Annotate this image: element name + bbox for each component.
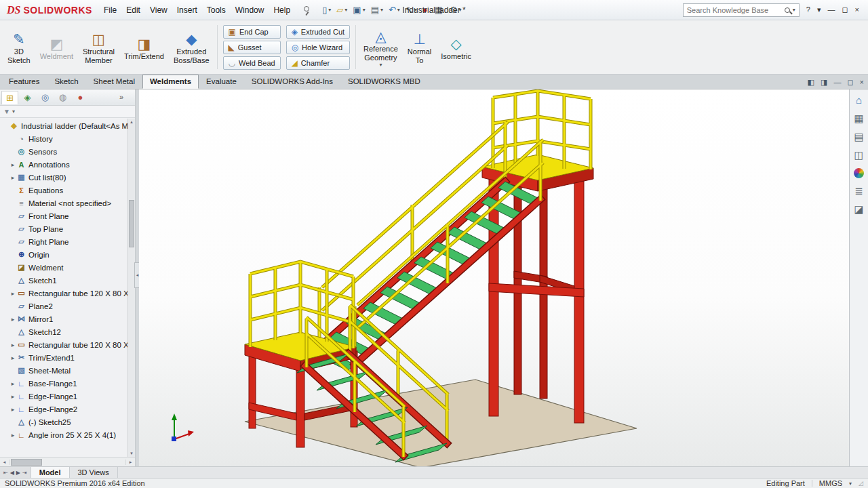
document-tab[interactable]: Model [31, 467, 70, 478]
dropdown-arrow-icon[interactable]: ▾ [328, 7, 331, 13]
manager-tab-icon[interactable]: ● [72, 91, 89, 104]
window-control-button[interactable]: — [824, 4, 838, 16]
tree-item[interactable]: ◆ Industrial ladder (Default<As Ma [0, 119, 135, 132]
dropdown-arrow-icon[interactable]: ▾ [344, 7, 347, 13]
tree-item[interactable]: ⊕ Origin [0, 248, 135, 261]
tree-expander-icon[interactable]: ▸ [9, 174, 16, 181]
tree-item[interactable]: ▧ Sheet-Metal [0, 364, 135, 377]
upper-staircase[interactable] [313, 122, 543, 371]
ribbon-big-button[interactable]: ◇ Isometric [436, 33, 476, 62]
dropdown-arrow-icon[interactable]: ▾ [397, 7, 400, 13]
manager-tab-icon[interactable]: ◈ [19, 91, 36, 104]
tree-item[interactable]: △ (-) Sketch25 [0, 415, 135, 428]
command-tab[interactable]: Weldments [142, 75, 199, 89]
tree-item[interactable]: Σ Equations [0, 184, 135, 197]
ribbon-small-button[interactable]: ▣ End Cap [223, 25, 281, 39]
tree-item[interactable]: ▸ ⋈ Mirror1 [0, 312, 135, 325]
ribbon-big-button[interactable]: ✎ 3D Sketch [3, 28, 35, 66]
ribbon-small-button[interactable]: ◈ Extruded Cut [286, 25, 350, 39]
menu-item[interactable]: Edit [121, 2, 145, 18]
search-dropdown-icon[interactable]: ▾ [793, 7, 795, 13]
tree-item[interactable]: ▸ ∟ Base-Flange1 [0, 377, 135, 390]
quickbar-button[interactable]: ▯ ▾ [319, 3, 334, 16]
units-selector[interactable]: MMGS [819, 479, 842, 488]
task-pane-icon[interactable]: ▦ [854, 113, 863, 124]
doc-window-control[interactable]: ◻ [847, 78, 853, 87]
doc-window-control[interactable]: — [833, 78, 841, 87]
model-canvas[interactable] [139, 89, 849, 466]
tree-item[interactable]: ▱ Front Plane [0, 209, 135, 222]
ribbon-small-button[interactable]: ◎ Hole Wizard [286, 41, 350, 54]
command-tab[interactable]: Evaluate [199, 75, 244, 89]
menu-item[interactable]: Window [231, 2, 269, 18]
menu-item[interactable]: Insert [172, 2, 202, 18]
tree-item[interactable]: ▸ ▭ Rectangular tube 120 X 80 X [0, 287, 135, 300]
scrollbar-thumb[interactable] [11, 459, 42, 466]
tree-item[interactable]: △ Sketch1 [0, 274, 135, 287]
command-tab[interactable]: Sketch [47, 75, 85, 89]
scrollbar-thumb[interactable] [129, 200, 134, 247]
window-control-button[interactable]: ▾ [814, 4, 825, 16]
menu-item[interactable]: Help [269, 2, 295, 18]
pin-menu-icon[interactable] [300, 5, 311, 16]
tree-expander-icon[interactable]: ▸ [9, 406, 16, 413]
filter-funnel-icon[interactable]: ▼ [3, 108, 10, 115]
task-pane-icon[interactable]: ▤ [854, 131, 863, 142]
tree-horizontal-scrollbar[interactable]: ◂ ▸ [0, 457, 135, 466]
scroll-right-icon[interactable]: ▸ [125, 460, 135, 465]
doc-window-control[interactable]: ◧ [808, 78, 814, 87]
tree-expander-icon[interactable]: ▸ [9, 290, 16, 297]
tree-item[interactable]: ▸ ∟ Angle iron 25 X 25 X 4(1) [0, 428, 135, 441]
scroll-up-icon[interactable]: ▲ [128, 119, 135, 125]
tree-item[interactable]: ◪ Weldment [0, 261, 135, 274]
search-icon[interactable] [785, 7, 790, 13]
ribbon-big-button[interactable]: ◨ Trim/Extend [119, 33, 169, 62]
command-tab[interactable]: SOLIDWORKS Add-Ins [244, 75, 340, 89]
ribbon-big-button[interactable]: ⊥ Normal To [403, 28, 436, 66]
task-pane-icon[interactable]: ≣ [854, 186, 863, 197]
window-control-button[interactable]: ? [803, 4, 814, 16]
tree-item[interactable]: ◔ History [0, 132, 135, 145]
search-input[interactable] [687, 6, 782, 14]
units-dropdown-icon[interactable]: ▾ [849, 479, 852, 488]
graphics-viewport[interactable] [139, 89, 849, 466]
command-tab[interactable]: SOLIDWORKS MBD [340, 75, 428, 89]
tree-item[interactable]: ▱ Plane2 [0, 300, 135, 312]
manager-tab-icon[interactable]: ⊞ [1, 91, 18, 104]
ribbon-big-button[interactable]: ◫ Structural Member [78, 28, 119, 66]
tree-item[interactable]: ▱ Top Plane [0, 222, 135, 235]
doc-window-control[interactable]: × [860, 78, 864, 87]
tree-item[interactable]: ▸ ▦ Cut list(80) [0, 171, 135, 184]
tree-item[interactable]: ▸ ∟ Edge-Flange1 [0, 390, 135, 403]
doc-window-control[interactable]: ◨ [821, 78, 827, 87]
manager-tab-icon[interactable]: ◎ [37, 91, 54, 104]
tab-nav-arrow-icon[interactable]: ⇤ [3, 470, 8, 476]
tab-nav-arrow-icon[interactable]: ▶ [16, 470, 20, 476]
tab-nav-arrow-icon[interactable]: ◀ [10, 470, 14, 476]
ribbon-big-button[interactable]: ◆ Extruded Boss/Base [169, 28, 214, 66]
ribbon-small-button[interactable]: ◣ Gusset [223, 41, 281, 54]
tree-item[interactable]: ◎ Sensors [0, 145, 135, 158]
window-control-button[interactable]: ◻ [838, 4, 851, 16]
tree-expander-icon[interactable]: ▸ [9, 161, 16, 168]
task-pane-icon[interactable]: ◪ [854, 204, 863, 215]
filter-input-area[interactable] [17, 108, 132, 116]
tree-item[interactable]: ▱ Right Plane [0, 235, 135, 248]
tree-item[interactable]: △ Sketch12 [0, 325, 135, 338]
tree-expander-icon[interactable]: ▸ [9, 342, 16, 348]
command-tab[interactable]: Features [1, 75, 47, 89]
tree-item[interactable]: ▸ ✂ Trim/Extend1 [0, 351, 135, 364]
filter-dropdown-icon[interactable]: ▾ [12, 108, 15, 115]
scroll-left-icon[interactable]: ◂ [0, 460, 9, 465]
tree-expander-icon[interactable]: ▸ [9, 393, 16, 400]
tower-back-posts[interactable] [514, 167, 574, 399]
menu-item[interactable]: File [99, 2, 121, 18]
window-control-button[interactable]: × [852, 4, 863, 16]
task-pane-icon[interactable]: ⌂ [856, 95, 862, 106]
task-pane-icon[interactable]: ● [854, 168, 864, 178]
scroll-down-icon[interactable]: ▼ [128, 450, 135, 457]
tree-item[interactable]: ▸ ▭ Rectangular tube 120 X 80 X [0, 338, 135, 351]
quickbar-button[interactable]: ▱ ▾ [334, 3, 350, 16]
menu-item[interactable]: Tools [202, 2, 231, 18]
menu-item[interactable]: View [145, 2, 172, 18]
